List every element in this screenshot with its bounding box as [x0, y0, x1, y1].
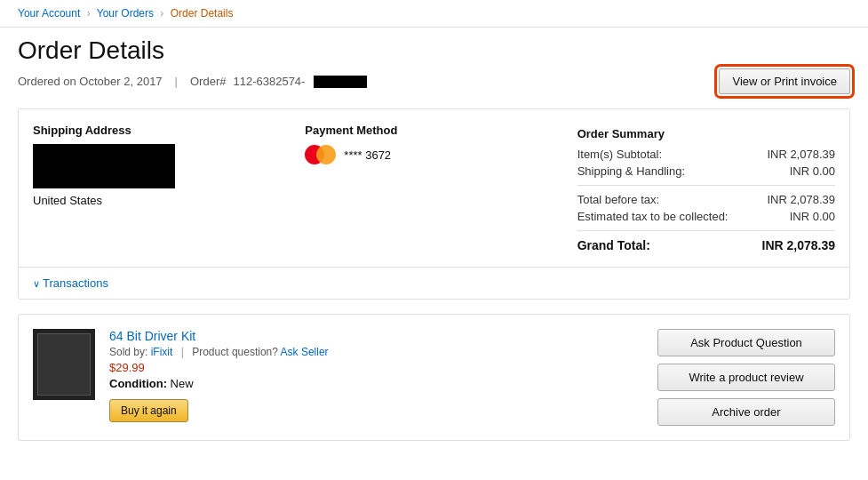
transactions-row: ∨Transactions: [19, 267, 849, 299]
payment-row: **** 3672: [305, 144, 562, 165]
order-number-label: Order#: [190, 75, 226, 88]
payment-heading: Payment Method: [305, 124, 562, 137]
shipping-label: Shipping & Handling:: [577, 164, 685, 178]
total-before-tax-value: INR 2,078.39: [767, 193, 835, 206]
write-review-button[interactable]: Write a product review: [657, 364, 835, 391]
shipping-value: INR 0.00: [790, 164, 835, 178]
ask-seller-link[interactable]: Ask Seller: [281, 346, 329, 358]
product-box: 64 Bit Driver Kit Sold by: iFixit | Prod…: [18, 314, 850, 441]
product-image-inner: [37, 333, 91, 396]
product-image: [33, 329, 95, 400]
shipping-heading: Shipping Address: [33, 124, 291, 137]
total-before-tax-row: Total before tax: INR 2,078.39: [577, 193, 835, 206]
product-actions: Ask Product Question Write a product rev…: [657, 329, 835, 426]
order-summary-col: Order Summary Item(s) Subtotal: INR 2,07…: [577, 124, 835, 252]
estimated-tax-row: Estimated tax to be collected: INR 0.00: [577, 210, 835, 223]
grand-total-label: Grand Total:: [577, 238, 650, 252]
order-summary-heading: Order Summary: [577, 127, 835, 140]
summary-divider-1: [577, 185, 835, 186]
items-subtotal-label: Item(s) Subtotal:: [577, 148, 662, 161]
transactions-link[interactable]: ∨Transactions: [33, 276, 108, 290]
shipping-col: Shipping Address United States: [33, 124, 291, 252]
estimated-tax-value: INR 0.00: [790, 210, 835, 223]
condition-value: New: [171, 377, 194, 390]
buy-again-button[interactable]: Buy it again: [109, 399, 188, 422]
product-price: $29.99: [109, 361, 643, 374]
payment-col: Payment Method **** 3672: [305, 124, 562, 252]
card-number: **** 3672: [344, 148, 391, 162]
condition-label: Condition:: [109, 377, 167, 390]
breadcrumb: Your Account › Your Orders › Order Detai…: [0, 0, 868, 28]
pipe-sep: |: [181, 346, 184, 358]
product-details: 64 Bit Driver Kit Sold by: iFixit | Prod…: [109, 329, 643, 422]
print-invoice-button[interactable]: View or Print invoice: [719, 68, 850, 94]
grand-total-row: Grand Total: INR 2,078.39: [577, 238, 835, 252]
grand-total-value: INR 2,078.39: [762, 238, 836, 252]
estimated-tax-label: Estimated tax to be collected:: [577, 210, 729, 223]
mastercard-icon: [305, 144, 337, 165]
chevron-icon: ∨: [33, 278, 40, 289]
breadcrumb-orders[interactable]: Your Orders: [97, 7, 154, 20]
address-redacted: [33, 144, 175, 188]
shipping-row: Shipping & Handling: INR 0.00: [577, 164, 835, 178]
summary-divider-2: [577, 230, 835, 231]
items-subtotal-value: INR 2,078.39: [767, 148, 835, 161]
order-number-redacted: [314, 76, 367, 88]
breadcrumb-sep-1: ›: [87, 7, 91, 20]
order-date: Ordered on October 2, 2017: [18, 75, 163, 88]
total-before-tax-label: Total before tax:: [577, 193, 660, 206]
page-title: Order Details: [18, 36, 850, 65]
breadcrumb-sep-2: ›: [160, 7, 163, 20]
breadcrumb-current: Order Details: [171, 7, 234, 20]
items-subtotal-row: Item(s) Subtotal: INR 2,078.39: [577, 148, 835, 161]
ask-product-question-button[interactable]: Ask Product Question: [657, 329, 835, 356]
product-title-link[interactable]: 64 Bit Driver Kit: [109, 329, 195, 343]
meta-sep: |: [175, 75, 178, 88]
product-condition: Condition: New: [109, 377, 643, 390]
breadcrumb-home[interactable]: Your Account: [18, 7, 80, 20]
shipping-country: United States: [33, 194, 291, 207]
order-info-section: Shipping Address United States Payment M…: [18, 108, 850, 300]
order-number-value: 112-6382574-: [233, 75, 305, 88]
sold-by-label: Sold by:: [109, 346, 147, 358]
product-question-label: Product question?: [192, 346, 278, 358]
order-meta: Ordered on October 2, 2017 | Order# 112-…: [18, 68, 850, 94]
archive-order-button[interactable]: Archive order: [657, 398, 835, 426]
product-sold-by: Sold by: iFixit | Product question? Ask …: [109, 346, 643, 358]
seller-link[interactable]: iFixit: [151, 346, 173, 358]
